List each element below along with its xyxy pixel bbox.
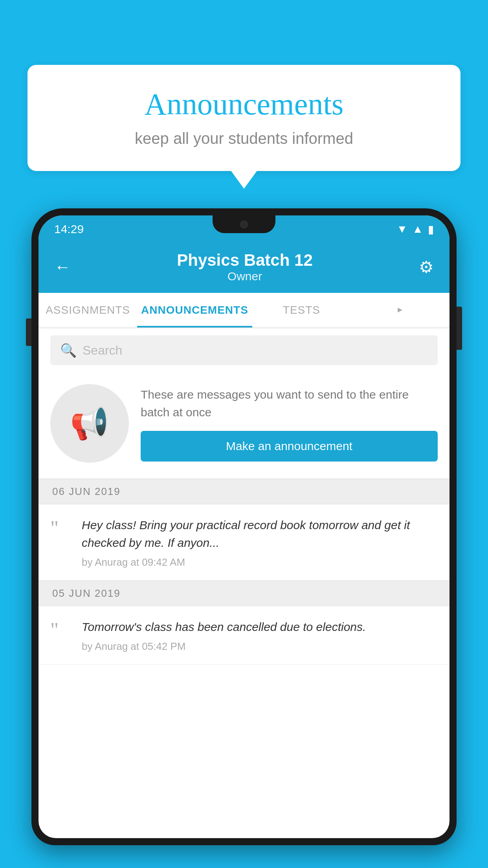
promo-section: 📢 These are messages you want to send to… [39,372,449,479]
signal-icon: ▲ [412,223,423,235]
announcement-text-2: Tomorrow's class has been cancelled due … [82,618,438,636]
back-button[interactable]: ← [54,257,71,276]
battery-icon: ▮ [428,223,434,236]
phone-screen: 14:29 ▼ ▲ ▮ ← Physics Batch 12 Owner ⚙ [39,215,449,838]
tabs-container: ASSIGNMENTS ANNOUNCEMENTS TESTS ▸ [39,293,449,328]
promo-content: These are messages you want to send to t… [141,386,438,462]
status-time: 14:29 [54,223,84,236]
tab-assignments[interactable]: ASSIGNMENTS [39,293,137,327]
tab-more[interactable]: ▸ [351,293,449,327]
quote-icon-1: " [50,518,72,539]
header-title-group: Physics Batch 12 Owner [177,251,313,283]
promo-description: These are messages you want to send to t… [141,386,438,421]
app-header: ← Physics Batch 12 Owner ⚙ [39,243,449,293]
announcement-item-1: " Hey class! Bring your practical record… [39,504,449,581]
search-icon: 🔍 [60,342,77,358]
date-divider-1: 06 JUN 2019 [39,479,449,504]
speech-bubble-section: Announcements keep all your students inf… [28,65,460,171]
megaphone-icon: 📢 [70,405,109,442]
search-placeholder: Search [83,343,122,358]
phone-notch [213,215,275,233]
tab-tests[interactable]: TESTS [252,293,351,327]
user-role: Owner [177,270,313,283]
tab-announcements[interactable]: ANNOUNCEMENTS [137,293,252,327]
search-bar[interactable]: 🔍 Search [50,335,438,365]
wifi-icon: ▼ [397,223,408,235]
announcement-content-2: Tomorrow's class has been cancelled due … [82,618,438,653]
search-container: 🔍 Search [39,328,449,372]
status-icons: ▼ ▲ ▮ [397,223,434,236]
promo-icon-circle: 📢 [50,384,129,463]
batch-name: Physics Batch 12 [177,251,313,270]
settings-icon[interactable]: ⚙ [419,257,434,277]
camera-cutout [240,221,248,228]
phone-mockup: 14:29 ▼ ▲ ▮ ← Physics Batch 12 Owner ⚙ [31,208,457,868]
phone-outer: 14:29 ▼ ▲ ▮ ← Physics Batch 12 Owner ⚙ [31,208,457,845]
speech-bubble-card: Announcements keep all your students inf… [28,65,460,171]
announcement-item-2: " Tomorrow's class has been cancelled du… [39,606,449,665]
announcement-content-1: Hey class! Bring your practical record b… [82,516,438,568]
quote-icon-2: " [50,620,72,640]
announcement-meta-2: by Anurag at 05:42 PM [82,640,438,653]
announcement-text-1: Hey class! Bring your practical record b… [82,516,438,552]
make-announcement-button[interactable]: Make an announcement [141,431,438,462]
speech-bubble-title: Announcements [51,86,437,122]
announcement-meta-1: by Anurag at 09:42 AM [82,556,438,568]
date-divider-2: 05 JUN 2019 [39,581,449,606]
speech-bubble-subtitle: keep all your students informed [51,130,437,147]
